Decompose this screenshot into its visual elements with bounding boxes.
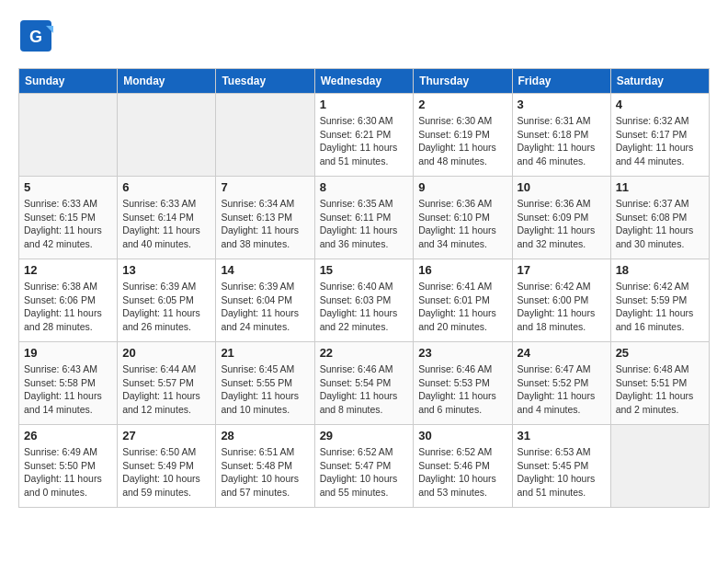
- day-info: Sunrise: 6:53 AMSunset: 5:45 PMDaylight:…: [518, 445, 606, 500]
- day-info: Sunrise: 6:42 AMSunset: 5:59 PMDaylight:…: [616, 280, 704, 334]
- logo: G: [18, 18, 53, 53]
- day-number: 3: [518, 98, 606, 111]
- day-info: Sunrise: 6:44 AMSunset: 5:57 PMDaylight:…: [122, 362, 210, 417]
- weekday-header-saturday: Saturday: [610, 69, 709, 94]
- day-info: Sunrise: 6:36 AMSunset: 6:09 PMDaylight:…: [518, 197, 606, 251]
- day-number: 23: [418, 346, 506, 360]
- day-info: Sunrise: 6:43 AMSunset: 5:58 PMDaylight:…: [24, 362, 112, 417]
- day-cell-21: 21Sunrise: 6:45 AMSunset: 5:55 PMDayligh…: [216, 342, 314, 425]
- day-cell-3: 3Sunrise: 6:31 AMSunset: 6:18 PMDaylight…: [512, 94, 610, 177]
- empty-day-cell: [118, 94, 216, 177]
- calendar-week-row: 26Sunrise: 6:49 AMSunset: 5:50 PMDayligh…: [19, 425, 710, 508]
- day-info: Sunrise: 6:49 AMSunset: 5:50 PMDaylight:…: [24, 445, 112, 500]
- day-number: 14: [221, 263, 309, 277]
- day-cell-2: 2Sunrise: 6:30 AMSunset: 6:19 PMDaylight…: [414, 94, 512, 177]
- day-number: 22: [320, 346, 409, 360]
- day-number: 30: [418, 429, 506, 442]
- day-cell-10: 10Sunrise: 6:36 AMSunset: 6:09 PMDayligh…: [512, 177, 610, 259]
- day-number: 4: [616, 98, 704, 111]
- day-cell-25: 25Sunrise: 6:48 AMSunset: 5:51 PMDayligh…: [610, 342, 709, 425]
- day-number: 29: [320, 429, 409, 442]
- day-info: Sunrise: 6:46 AMSunset: 5:54 PMDaylight:…: [320, 362, 409, 417]
- day-cell-18: 18Sunrise: 6:42 AMSunset: 5:59 PMDayligh…: [610, 259, 709, 342]
- day-cell-19: 19Sunrise: 6:43 AMSunset: 5:58 PMDayligh…: [19, 342, 118, 425]
- day-cell-15: 15Sunrise: 6:40 AMSunset: 6:03 PMDayligh…: [314, 259, 414, 342]
- day-cell-20: 20Sunrise: 6:44 AMSunset: 5:57 PMDayligh…: [118, 342, 216, 425]
- day-cell-1: 1Sunrise: 6:30 AMSunset: 6:21 PMDaylight…: [314, 94, 414, 177]
- day-cell-29: 29Sunrise: 6:52 AMSunset: 5:47 PMDayligh…: [314, 425, 414, 508]
- calendar-week-row: 19Sunrise: 6:43 AMSunset: 5:58 PMDayligh…: [19, 342, 710, 425]
- day-info: Sunrise: 6:30 AMSunset: 6:21 PMDaylight:…: [320, 114, 409, 168]
- day-cell-24: 24Sunrise: 6:47 AMSunset: 5:52 PMDayligh…: [512, 342, 610, 425]
- day-info: Sunrise: 6:39 AMSunset: 6:04 PMDaylight:…: [221, 280, 309, 334]
- day-number: 28: [221, 429, 309, 442]
- day-cell-13: 13Sunrise: 6:39 AMSunset: 6:05 PMDayligh…: [118, 259, 216, 342]
- day-cell-27: 27Sunrise: 6:50 AMSunset: 5:49 PMDayligh…: [118, 425, 216, 508]
- day-number: 16: [418, 263, 506, 277]
- day-info: Sunrise: 6:50 AMSunset: 5:49 PMDaylight:…: [122, 445, 210, 500]
- day-info: Sunrise: 6:36 AMSunset: 6:10 PMDaylight:…: [418, 197, 506, 251]
- day-cell-30: 30Sunrise: 6:52 AMSunset: 5:46 PMDayligh…: [414, 425, 512, 508]
- empty-day-cell: [610, 425, 709, 508]
- day-info: Sunrise: 6:41 AMSunset: 6:01 PMDaylight:…: [418, 280, 506, 334]
- day-info: Sunrise: 6:30 AMSunset: 6:19 PMDaylight:…: [418, 114, 506, 168]
- day-cell-4: 4Sunrise: 6:32 AMSunset: 6:17 PMDaylight…: [610, 94, 709, 177]
- day-info: Sunrise: 6:52 AMSunset: 5:47 PMDaylight:…: [320, 445, 409, 500]
- empty-day-cell: [19, 94, 118, 177]
- day-info: Sunrise: 6:37 AMSunset: 6:08 PMDaylight:…: [616, 197, 704, 251]
- calendar-table: SundayMondayTuesdayWednesdayThursdayFrid…: [18, 68, 710, 508]
- day-info: Sunrise: 6:33 AMSunset: 6:15 PMDaylight:…: [24, 197, 112, 251]
- day-number: 9: [418, 180, 506, 194]
- weekday-header-tuesday: Tuesday: [216, 69, 314, 94]
- day-number: 24: [518, 346, 606, 360]
- day-info: Sunrise: 6:45 AMSunset: 5:55 PMDaylight:…: [221, 362, 309, 417]
- day-cell-28: 28Sunrise: 6:51 AMSunset: 5:48 PMDayligh…: [216, 425, 314, 508]
- day-number: 8: [320, 180, 409, 194]
- day-number: 11: [616, 180, 704, 194]
- calendar-week-row: 5Sunrise: 6:33 AMSunset: 6:15 PMDaylight…: [19, 177, 710, 259]
- day-cell-6: 6Sunrise: 6:33 AMSunset: 6:14 PMDaylight…: [118, 177, 216, 259]
- day-cell-12: 12Sunrise: 6:38 AMSunset: 6:06 PMDayligh…: [19, 259, 118, 342]
- day-info: Sunrise: 6:31 AMSunset: 6:18 PMDaylight:…: [518, 114, 606, 168]
- day-info: Sunrise: 6:42 AMSunset: 6:00 PMDaylight:…: [518, 280, 606, 334]
- calendar-header-row: SundayMondayTuesdayWednesdayThursdayFrid…: [19, 69, 710, 94]
- day-info: Sunrise: 6:34 AMSunset: 6:13 PMDaylight:…: [221, 197, 309, 251]
- day-number: 6: [122, 180, 210, 194]
- weekday-header-sunday: Sunday: [19, 69, 118, 94]
- day-number: 15: [320, 263, 409, 277]
- day-cell-7: 7Sunrise: 6:34 AMSunset: 6:13 PMDaylight…: [216, 177, 314, 259]
- day-cell-5: 5Sunrise: 6:33 AMSunset: 6:15 PMDaylight…: [19, 177, 118, 259]
- day-cell-17: 17Sunrise: 6:42 AMSunset: 6:00 PMDayligh…: [512, 259, 610, 342]
- day-info: Sunrise: 6:32 AMSunset: 6:17 PMDaylight:…: [616, 114, 704, 168]
- day-info: Sunrise: 6:33 AMSunset: 6:14 PMDaylight:…: [122, 197, 210, 251]
- day-number: 13: [122, 263, 210, 277]
- day-number: 7: [221, 180, 309, 194]
- day-cell-23: 23Sunrise: 6:46 AMSunset: 5:53 PMDayligh…: [414, 342, 512, 425]
- day-number: 1: [320, 98, 409, 111]
- day-number: 5: [24, 180, 112, 194]
- day-number: 27: [122, 429, 210, 442]
- weekday-header-wednesday: Wednesday: [314, 69, 414, 94]
- page-header: G: [18, 18, 710, 53]
- empty-day-cell: [216, 94, 314, 177]
- day-cell-22: 22Sunrise: 6:46 AMSunset: 5:54 PMDayligh…: [314, 342, 414, 425]
- day-cell-26: 26Sunrise: 6:49 AMSunset: 5:50 PMDayligh…: [19, 425, 118, 508]
- calendar-week-row: 1Sunrise: 6:30 AMSunset: 6:21 PMDaylight…: [19, 94, 710, 177]
- day-cell-11: 11Sunrise: 6:37 AMSunset: 6:08 PMDayligh…: [610, 177, 709, 259]
- day-number: 25: [616, 346, 704, 360]
- day-info: Sunrise: 6:39 AMSunset: 6:05 PMDaylight:…: [122, 280, 210, 334]
- day-number: 19: [24, 346, 112, 360]
- day-number: 12: [24, 263, 112, 277]
- day-info: Sunrise: 6:48 AMSunset: 5:51 PMDaylight:…: [616, 362, 704, 417]
- day-cell-9: 9Sunrise: 6:36 AMSunset: 6:10 PMDaylight…: [414, 177, 512, 259]
- day-number: 18: [616, 263, 704, 277]
- svg-text:G: G: [29, 28, 42, 46]
- weekday-header-friday: Friday: [512, 69, 610, 94]
- day-info: Sunrise: 6:40 AMSunset: 6:03 PMDaylight:…: [320, 280, 409, 334]
- weekday-header-monday: Monday: [118, 69, 216, 94]
- weekday-header-thursday: Thursday: [414, 69, 512, 94]
- day-number: 31: [518, 429, 606, 442]
- day-info: Sunrise: 6:38 AMSunset: 6:06 PMDaylight:…: [24, 280, 112, 334]
- day-number: 26: [24, 429, 112, 442]
- logo-icon: G: [18, 18, 53, 53]
